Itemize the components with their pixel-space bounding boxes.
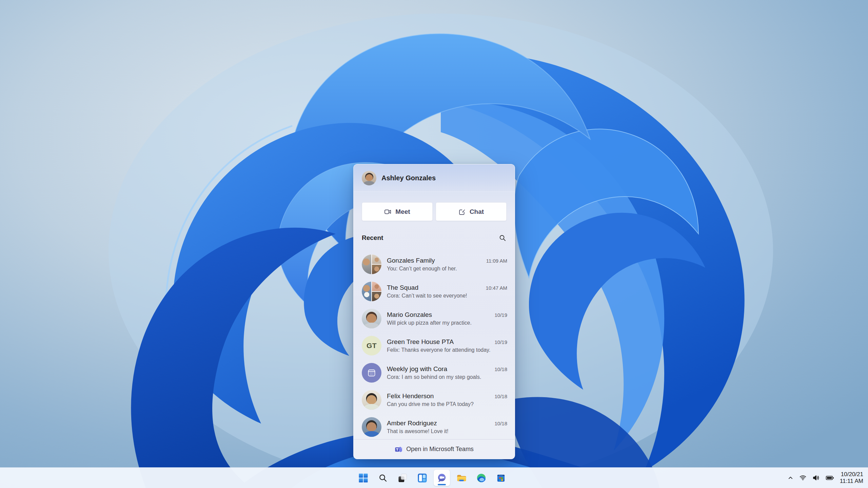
user-name: Ashley Gonzales <box>381 174 436 182</box>
conversation-time: 10/18 <box>494 421 507 426</box>
conversation-row-the-squad[interactable]: The Squad 10:47 AM Cora: Can’t wait to s… <box>354 278 515 305</box>
conversation-list: Gonzales Family 11:09 AM You: Can’t get … <box>354 251 515 441</box>
conversation-name: Weekly jog with Cora <box>387 365 447 373</box>
conversation-name: Gonzales Family <box>387 257 435 264</box>
teams-chat-bubble-icon <box>437 473 447 483</box>
conversation-time: 10/18 <box>494 393 507 399</box>
tray-time: 11:11 AM <box>840 478 863 485</box>
initials-avatar: GT <box>362 336 381 355</box>
person-avatar <box>362 417 381 437</box>
tray-date: 10/20/21 <box>840 471 863 478</box>
conversation-time: 10/19 <box>494 312 507 318</box>
system-tray: 10/20/21 11:11 AM <box>788 468 863 488</box>
edge-browser-icon <box>476 473 486 483</box>
group-avatar <box>362 255 381 274</box>
edge-button[interactable] <box>473 470 489 486</box>
conversation-row-green-tree-house-pta[interactable]: GT Green Tree House PTA 10/19 Felix: Tha… <box>354 332 515 359</box>
conversation-row-felix-henderson[interactable]: Felix Henderson 10/18 Can you drive me t… <box>354 386 515 413</box>
search-icon[interactable] <box>499 234 507 242</box>
active-app-indicator <box>438 484 446 486</box>
conversation-name: Mario Gonzales <box>387 311 432 319</box>
conversation-preview: Cora: Can’t wait to see everyone! <box>387 293 507 299</box>
wifi-icon[interactable] <box>799 474 807 482</box>
conversation-name: Amber Rodriguez <box>387 420 437 427</box>
chat-button[interactable]: Chat <box>436 202 507 221</box>
conversation-name: Green Tree House PTA <box>387 338 454 346</box>
conversation-row-weekly-jog-with-cora[interactable]: Weekly jog with Cora 10/18 Cora: I am so… <box>354 359 515 386</box>
task-view-button[interactable] <box>394 470 411 486</box>
microsoft-store-icon <box>496 473 506 483</box>
conversation-preview: Cora: I am so behind on my step goals. <box>387 374 507 380</box>
conversation-row-gonzales-family[interactable]: Gonzales Family 11:09 AM You: Can’t get … <box>354 251 515 278</box>
clock[interactable]: 10/20/21 11:11 AM <box>840 471 863 485</box>
microsoft-store-button[interactable] <box>493 470 509 486</box>
conversation-time: 10/18 <box>494 366 507 372</box>
user-avatar <box>362 171 376 185</box>
meet-button[interactable]: Meet <box>362 202 433 221</box>
meet-label: Meet <box>395 208 410 216</box>
widgets-icon <box>417 473 427 483</box>
conversation-row-amber-rodriguez[interactable]: Amber Rodriguez 10/18 That is awesome! L… <box>354 413 515 441</box>
windows-start-icon <box>359 473 368 483</box>
conversation-preview: You: Can’t get enough of her. <box>387 266 507 272</box>
taskbar-icons <box>355 468 509 488</box>
search-button[interactable] <box>375 470 391 486</box>
search-taskbar-icon <box>378 473 388 483</box>
conversation-preview: Can you drive me to the PTA today? <box>387 401 507 407</box>
flyout-header: Ashley Gonzales <box>354 164 515 192</box>
action-row: Meet Chat <box>354 202 515 221</box>
open-in-teams-label: Open in Microsoft Teams <box>406 446 474 453</box>
recent-row: Recent <box>354 234 515 242</box>
conversation-name: The Squad <box>387 284 418 291</box>
battery-icon[interactable] <box>826 474 834 482</box>
group-avatar <box>362 282 381 301</box>
teams-chat-flyout: Ashley Gonzales Meet Chat Recent <box>353 164 515 459</box>
conversation-preview: That is awesome! Love it! <box>387 428 507 434</box>
widgets-button[interactable] <box>414 470 430 486</box>
person-avatar <box>362 309 381 328</box>
file-explorer-button[interactable] <box>453 470 470 486</box>
video-camera-icon <box>384 208 392 216</box>
conversation-preview: Felix: Thanks everyone for attending tod… <box>387 347 507 353</box>
chat-label: Chat <box>470 208 484 216</box>
conversation-time: 10/19 <box>494 339 507 345</box>
conversation-row-mario-gonzales[interactable]: Mario Gonzales 10/19 Will pick up pizza … <box>354 305 515 332</box>
compose-icon <box>458 208 466 216</box>
volume-icon[interactable] <box>812 474 820 482</box>
chat-teams-button[interactable] <box>434 470 450 486</box>
start-button[interactable] <box>355 470 371 486</box>
person-avatar <box>362 390 381 410</box>
task-view-icon <box>398 473 408 483</box>
calendar-icon <box>362 363 381 383</box>
conversation-time: 10:47 AM <box>486 285 507 291</box>
conversation-name: Felix Henderson <box>387 392 434 400</box>
taskbar: 10/20/21 11:11 AM <box>0 467 868 488</box>
teams-logo-icon <box>395 445 402 453</box>
file-explorer-icon <box>456 473 467 483</box>
conversation-preview: Will pick up pizza after my practice. <box>387 320 507 326</box>
tray-chevron-up-icon[interactable] <box>788 475 793 481</box>
conversation-time: 11:09 AM <box>486 258 507 264</box>
open-in-teams-button[interactable]: Open in Microsoft Teams <box>354 439 515 459</box>
recent-title: Recent <box>362 234 383 242</box>
